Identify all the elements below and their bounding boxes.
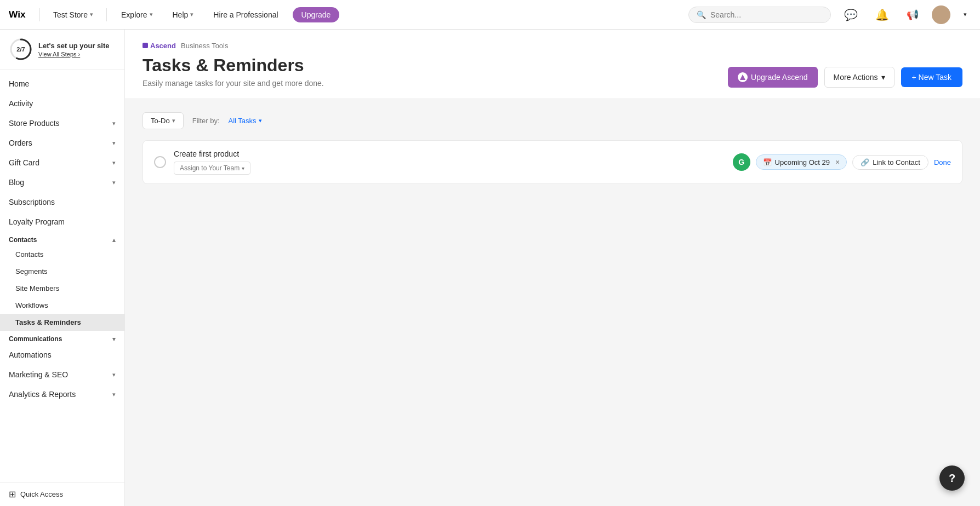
sidebar-section-contacts[interactable]: Contacts ▴ — [0, 232, 124, 246]
sidebar-item-store-products[interactable]: Store Products ▾ — [0, 113, 124, 133]
sidebar-item-automations[interactable]: Automations — [0, 345, 124, 365]
upgrade-ascend-icon — [738, 72, 748, 82]
nav-divider-1 — [39, 8, 40, 21]
done-label: Done — [934, 158, 951, 166]
svg-rect-3 — [143, 43, 148, 48]
main-layout: 2/7 Let's set up your site View All Step… — [0, 30, 980, 506]
site-name-chevron: ▾ — [90, 11, 93, 18]
date-remove-button[interactable]: × — [835, 158, 840, 166]
sidebar-item-orders[interactable]: Orders ▾ — [0, 133, 124, 153]
sidebar-sub-item-tasks-reminders[interactable]: Tasks & Reminders — [0, 314, 124, 331]
view-steps-link[interactable]: View All Steps › — [38, 51, 110, 58]
assignee-initial: G — [738, 158, 744, 166]
sidebar-item-subscriptions[interactable]: Subscriptions — [0, 192, 124, 212]
upgrade-ascend-button[interactable]: Upgrade Ascend — [728, 67, 818, 88]
date-badge: 📅 Upcoming Oct 29 × — [756, 154, 847, 170]
progress-text: 2/7 — [16, 46, 25, 53]
tasks-reminders-sub-label: Tasks & Reminders — [15, 318, 81, 326]
orders-chevron: ▾ — [112, 140, 116, 147]
content-area: Ascend Business Tools Tasks & Reminders … — [125, 30, 980, 506]
site-name-button[interactable]: Test Store ▾ — [49, 8, 98, 21]
avatar-chevron-icon: ▾ — [964, 11, 967, 18]
hire-pro-button[interactable]: Hire a Professional — [208, 7, 283, 22]
loyalty-program-label: Loyalty Program — [9, 217, 65, 226]
messages-icon-button[interactable]: 💬 — [840, 6, 862, 24]
sidebar-sub-item-workflows[interactable]: Workflows — [0, 297, 124, 314]
sidebar-item-loyalty-program[interactable]: Loyalty Program — [0, 212, 124, 232]
help-chevron: ▾ — [190, 11, 193, 18]
link-contact-button[interactable]: 🔗 Link to Contact — [852, 155, 928, 170]
subscriptions-label: Subscriptions — [9, 198, 55, 206]
all-tasks-filter-button[interactable]: All Tasks ▾ — [229, 117, 262, 125]
communications-chevron: ▾ — [112, 336, 116, 343]
explore-button[interactable]: Explore ▾ — [116, 7, 158, 22]
quick-access-label: Quick Access — [20, 490, 63, 498]
sidebar-sub-item-site-members[interactable]: Site Members — [0, 280, 124, 297]
business-tools-label: Business Tools — [181, 42, 228, 50]
sidebar-item-analytics-reports[interactable]: Analytics & Reports ▾ — [0, 384, 124, 404]
sidebar-item-activity[interactable]: Activity — [0, 94, 124, 113]
hire-pro-label: Hire a Professional — [213, 10, 278, 19]
avatar[interactable] — [932, 5, 950, 24]
sidebar-sub-item-segments[interactable]: Segments — [0, 263, 124, 280]
gift-card-chevron: ▾ — [112, 159, 116, 166]
sidebar-item-home[interactable]: Home — [0, 74, 124, 94]
avatar-chevron-button[interactable]: ▾ — [959, 9, 971, 20]
done-button[interactable]: Done — [934, 158, 951, 166]
contacts-section-label: Contacts — [9, 236, 37, 244]
quick-access-icon: ⊞ — [9, 489, 16, 499]
analytics-reports-chevron: ▾ — [112, 391, 116, 398]
more-actions-button[interactable]: More Actions ▾ — [824, 67, 894, 88]
settings-icon-button[interactable]: 📢 — [902, 7, 923, 23]
svg-marker-5 — [740, 74, 745, 80]
table-row: Create first product Assign to Your Team… — [143, 141, 962, 183]
all-tasks-chevron: ▾ — [259, 117, 262, 124]
task-name: Create first product — [174, 150, 725, 158]
marketing-seo-chevron: ▾ — [112, 371, 116, 378]
upgrade-button[interactable]: Upgrade — [293, 7, 340, 22]
sidebar-item-blog[interactable]: Blog ▾ — [0, 173, 124, 192]
sidebar-sub-item-contacts[interactable]: Contacts — [0, 246, 124, 263]
page-header-actions: Upgrade Ascend More Actions ▾ + New Task — [728, 67, 962, 88]
more-actions-label: More Actions — [834, 73, 878, 82]
sidebar-section-communications[interactable]: Communications ▾ — [0, 331, 124, 345]
new-task-button[interactable]: + New Task — [901, 67, 963, 87]
sidebar-item-gift-card[interactable]: Gift Card ▾ — [0, 153, 124, 173]
messages-icon: 💬 — [844, 8, 858, 21]
filter-by-label: Filter by: — [192, 117, 220, 125]
task-actions: G 📅 Upcoming Oct 29 × 🔗 Link to Contact — [733, 153, 951, 171]
sidebar-item-marketing-seo[interactable]: Marketing & SEO ▾ — [0, 365, 124, 384]
todo-chevron: ▾ — [172, 117, 175, 124]
notifications-icon-button[interactable]: 🔔 — [871, 6, 893, 24]
all-tasks-label: All Tasks — [229, 117, 257, 125]
help-fab-button[interactable]: ? — [939, 465, 965, 491]
explore-chevron: ▾ — [150, 11, 153, 18]
search-input[interactable] — [710, 10, 823, 19]
svg-text:Ascend: Ascend — [150, 42, 176, 50]
wix-logo-area: Wix — [9, 9, 31, 21]
contacts-sub-label: Contacts — [15, 250, 43, 258]
setup-text: Let's set up your site View All Steps › — [38, 42, 110, 58]
top-nav: Wix Test Store ▾ Explore ▾ Help ▾ Hire a… — [0, 0, 980, 30]
sidebar: 2/7 Let's set up your site View All Step… — [0, 30, 125, 506]
progress-ring: 2/7 — [9, 37, 33, 61]
page-subtitle: Easily manage tasks for your site and ge… — [143, 79, 324, 88]
notifications-icon: 🔔 — [875, 8, 889, 21]
todo-filter-button[interactable]: To-Do ▾ — [143, 112, 184, 129]
quick-access-section[interactable]: ⊞ Quick Access — [0, 482, 124, 506]
assign-team-button[interactable]: Assign to Your Team ▾ — [174, 162, 250, 175]
assignee-avatar: G — [733, 153, 750, 171]
search-bar[interactable]: 🔍 — [688, 7, 831, 23]
tasks-list-container: Create first product Assign to Your Team… — [143, 140, 962, 184]
workflows-sub-label: Workflows — [15, 301, 48, 309]
activity-label: Activity — [9, 99, 33, 108]
upgrade-ascend-label: Upgrade Ascend — [751, 73, 808, 82]
task-checkbox[interactable] — [154, 156, 166, 168]
upgrade-label: Upgrade — [301, 10, 331, 19]
task-info: Create first product Assign to Your Team… — [174, 150, 725, 175]
analytics-reports-label: Analytics & Reports — [9, 390, 76, 399]
setup-section[interactable]: 2/7 Let's set up your site View All Step… — [0, 30, 124, 70]
store-products-chevron: ▾ — [112, 120, 116, 127]
help-button[interactable]: Help ▾ — [167, 7, 200, 22]
explore-label: Explore — [121, 10, 147, 19]
